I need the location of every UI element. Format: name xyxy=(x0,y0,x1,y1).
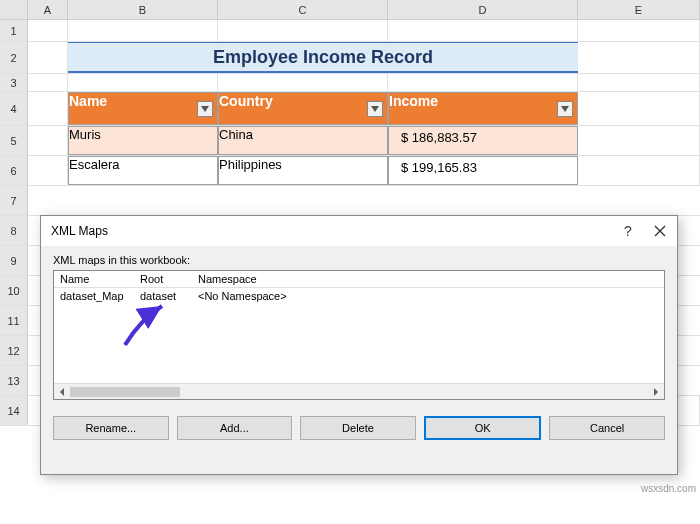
cell[interactable] xyxy=(578,156,700,185)
rename-button[interactable]: Rename... xyxy=(53,416,169,440)
row-header-12[interactable]: 12 xyxy=(0,336,28,365)
cell-income[interactable]: $ 199,165.83 xyxy=(388,156,578,185)
button-label: Add... xyxy=(220,422,249,434)
cell[interactable] xyxy=(28,20,68,41)
cell[interactable] xyxy=(218,74,388,91)
cell[interactable] xyxy=(578,92,700,125)
cell[interactable] xyxy=(28,42,68,73)
table-header-name[interactable]: Name xyxy=(68,92,218,125)
header-label: Income xyxy=(389,93,438,109)
button-label: Delete xyxy=(342,422,374,434)
row-header-1[interactable]: 1 xyxy=(0,20,28,41)
cell[interactable] xyxy=(388,20,578,41)
cell-country[interactable]: Philippines xyxy=(218,156,388,185)
map-namespace: <No Namespace> xyxy=(198,290,658,302)
button-label: OK xyxy=(475,422,491,434)
cell[interactable] xyxy=(28,74,68,91)
dialog-title: XML Maps xyxy=(51,224,108,238)
col-root[interactable]: Root xyxy=(140,273,198,285)
help-button[interactable]: ? xyxy=(621,224,635,238)
xml-maps-dialog: XML Maps ? XML maps in this workbook: Na… xyxy=(40,215,678,475)
table-header-country[interactable]: Country xyxy=(218,92,388,125)
currency-symbol: $ xyxy=(401,160,408,175)
col-header-B[interactable]: B xyxy=(68,0,218,19)
listbox-header: Name Root Namespace xyxy=(54,271,664,288)
cell-name[interactable]: Escalera xyxy=(68,156,218,185)
col-name[interactable]: Name xyxy=(60,273,140,285)
cell-income[interactable]: $ 186,883.57 xyxy=(388,126,578,155)
row-header-11[interactable]: 11 xyxy=(0,306,28,335)
grid-row-4: 4 Name Country Income xyxy=(0,92,700,126)
button-label: Rename... xyxy=(85,422,136,434)
table-row: 5 Muris China $ 186,883.57 xyxy=(0,126,700,156)
cell[interactable] xyxy=(28,156,68,185)
grid-row-3: 3 xyxy=(0,74,700,92)
col-header-D[interactable]: D xyxy=(388,0,578,19)
cell[interactable] xyxy=(68,20,218,41)
row-header-9[interactable]: 9 xyxy=(0,246,28,275)
table-row: 6 Escalera Philippines $ 199,165.83 xyxy=(0,156,700,186)
list-item[interactable]: dataset_Map dataset <No Namespace> xyxy=(54,288,664,304)
cell-country[interactable]: China xyxy=(218,126,388,155)
cancel-button[interactable]: Cancel xyxy=(549,416,665,440)
cell-name[interactable]: Muris xyxy=(68,126,218,155)
row-header-3[interactable]: 3 xyxy=(0,74,28,91)
col-header-E[interactable]: E xyxy=(578,0,700,19)
col-namespace[interactable]: Namespace xyxy=(198,273,658,285)
dialog-body: XML maps in this workbook: Name Root Nam… xyxy=(41,246,677,408)
scroll-left-icon[interactable] xyxy=(54,384,70,400)
cell[interactable] xyxy=(578,42,700,73)
row-header-7[interactable]: 7 xyxy=(0,186,28,215)
cell[interactable] xyxy=(578,74,700,91)
select-all-corner[interactable] xyxy=(0,0,28,19)
horizontal-scrollbar[interactable] xyxy=(54,383,664,399)
grid-row-1: 1 xyxy=(0,20,700,42)
scrollbar-thumb[interactable] xyxy=(70,387,180,397)
grid-row-7: 7 xyxy=(0,186,700,216)
dialog-button-row: Rename... Add... Delete OK Cancel xyxy=(41,408,677,448)
dialog-titlebar[interactable]: XML Maps ? xyxy=(41,216,677,246)
row-header-2[interactable]: 2 xyxy=(0,42,28,73)
row-header-6[interactable]: 6 xyxy=(0,156,28,185)
header-label: Name xyxy=(69,93,107,109)
income-value: 186,883.57 xyxy=(412,130,477,145)
row-header-14[interactable]: 14 xyxy=(0,396,28,425)
listbox-label: XML maps in this workbook: xyxy=(53,254,665,266)
income-value: 199,165.83 xyxy=(412,160,477,175)
map-name: dataset_Map xyxy=(60,290,140,302)
header-label: Country xyxy=(219,93,273,109)
button-label: Cancel xyxy=(590,422,624,434)
watermark: wsxsdn.com xyxy=(641,483,696,494)
delete-button[interactable]: Delete xyxy=(300,416,416,440)
filter-dropdown-icon[interactable] xyxy=(557,101,573,117)
row-header-10[interactable]: 10 xyxy=(0,276,28,305)
scroll-right-icon[interactable] xyxy=(648,384,664,400)
xml-maps-listbox[interactable]: Name Root Namespace dataset_Map dataset … xyxy=(53,270,665,400)
close-icon[interactable] xyxy=(653,224,667,238)
grid-row-2: 2 Employee Income Record xyxy=(0,42,700,74)
filter-dropdown-icon[interactable] xyxy=(367,101,383,117)
cell[interactable] xyxy=(28,126,68,155)
cell[interactable] xyxy=(388,74,578,91)
currency-symbol: $ xyxy=(401,130,408,145)
cell[interactable] xyxy=(218,20,388,41)
cell[interactable] xyxy=(578,126,700,155)
cell[interactable] xyxy=(28,92,68,125)
table-header-income[interactable]: Income xyxy=(388,92,578,125)
row-header-8[interactable]: 8 xyxy=(0,216,28,245)
cell[interactable] xyxy=(68,74,218,91)
col-header-A[interactable]: A xyxy=(28,0,68,19)
filter-dropdown-icon[interactable] xyxy=(197,101,213,117)
column-headers: A B C D E xyxy=(0,0,700,20)
page-title[interactable]: Employee Income Record xyxy=(68,42,578,73)
ok-button[interactable]: OK xyxy=(424,416,542,440)
map-root: dataset xyxy=(140,290,198,302)
row-header-13[interactable]: 13 xyxy=(0,366,28,395)
row-header-4[interactable]: 4 xyxy=(0,92,28,125)
scrollbar-track[interactable] xyxy=(70,387,648,397)
cell[interactable] xyxy=(578,20,700,41)
add-button[interactable]: Add... xyxy=(177,416,293,440)
row-header-5[interactable]: 5 xyxy=(0,126,28,155)
col-header-C[interactable]: C xyxy=(218,0,388,19)
